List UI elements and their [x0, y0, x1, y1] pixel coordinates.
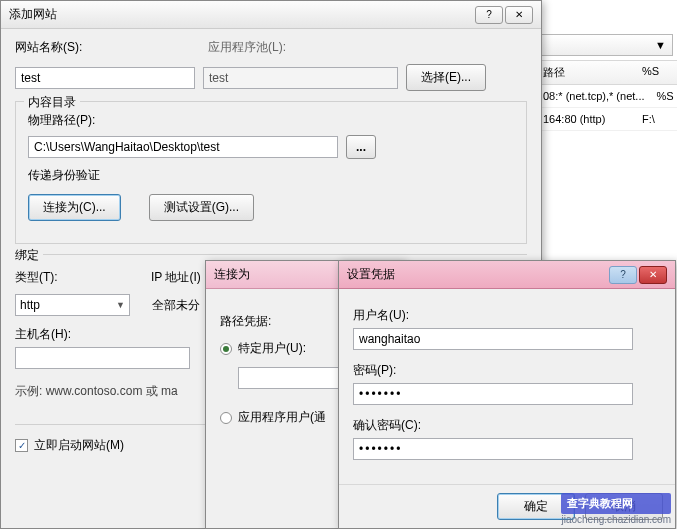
type-dropdown[interactable]: http ▼	[15, 294, 130, 316]
host-input[interactable]	[15, 347, 190, 369]
password-input[interactable]	[353, 383, 633, 405]
list-row-b: %S	[651, 85, 678, 108]
app-user-label: 应用程序用户(通	[238, 409, 326, 426]
titlebar: 设置凭据 ? ✕	[339, 261, 675, 289]
username-label: 用户名(U):	[353, 307, 661, 324]
start-now-checkbox[interactable]: ✓	[15, 439, 28, 452]
connect-as-button[interactable]: 连接为(C)...	[28, 194, 121, 221]
specific-user-radio[interactable]	[220, 343, 232, 355]
cancel-button[interactable]: 取消	[585, 493, 663, 520]
close-button[interactable]: ✕	[639, 266, 667, 284]
column-header[interactable]: 路径	[537, 60, 636, 85]
app-pool-label: 应用程序池(L):	[208, 39, 286, 56]
specific-user-label: 特定用户(U):	[238, 340, 306, 357]
close-button[interactable]: ✕	[505, 6, 533, 24]
titlebar: 添加网站 ? ✕	[1, 1, 541, 29]
test-settings-button[interactable]: 测试设置(G)...	[149, 194, 254, 221]
phys-path-input[interactable]	[28, 136, 338, 158]
background-list: ▼ 路径 %S 08:* (net.tcp),* (net... %S 164:…	[537, 30, 677, 131]
start-now-label: 立即启动网站(M)	[34, 437, 124, 454]
dialog-body: 用户名(U): 密码(P): 确认密码(C):	[339, 289, 675, 470]
pass-auth-label: 传递身份验证	[28, 167, 514, 184]
chevron-down-icon: ▼	[116, 300, 125, 310]
chevron-down-icon: ▼	[655, 39, 666, 51]
help-button[interactable]: ?	[475, 6, 503, 24]
column-header-2[interactable]: %S	[636, 60, 677, 85]
ip-value: 全部未分	[152, 297, 200, 314]
browse-button[interactable]: ...	[346, 135, 376, 159]
type-label: 类型(T):	[15, 269, 143, 286]
list-row-b: F:\	[636, 108, 677, 131]
filter-dropdown[interactable]: ▼	[541, 34, 673, 56]
list-row[interactable]: 164:80 (http)	[537, 108, 636, 131]
app-pool-input	[203, 67, 398, 89]
phys-path-label: 物理路径(P):	[28, 112, 514, 129]
ip-label: IP 地址(I)	[151, 269, 201, 286]
help-button[interactable]: ?	[609, 266, 637, 284]
binding-legend: 绑定	[15, 247, 43, 264]
content-dir-legend: 内容目录	[24, 94, 80, 111]
set-credentials-dialog: 设置凭据 ? ✕ 用户名(U): 密码(P): 确认密码(C): 确定 取消	[338, 260, 676, 529]
ok-button[interactable]: 确定	[497, 493, 575, 520]
app-user-radio[interactable]	[220, 412, 232, 424]
type-value: http	[20, 298, 40, 312]
dialog-title: 连接为	[214, 266, 250, 283]
username-input[interactable]	[353, 328, 633, 350]
password-label: 密码(P):	[353, 362, 661, 379]
confirm-password-input[interactable]	[353, 438, 633, 460]
site-name-input[interactable]	[15, 67, 195, 89]
dialog-title: 添加网站	[9, 6, 57, 23]
content-dir-fieldset: 内容目录 物理路径(P): ... 传递身份验证 连接为(C)... 测试设置(…	[15, 101, 527, 244]
dialog-title: 设置凭据	[347, 266, 395, 283]
site-name-label: 网站名称(S):	[15, 39, 200, 56]
confirm-password-label: 确认密码(C):	[353, 417, 661, 434]
select-pool-button[interactable]: 选择(E)...	[406, 64, 486, 91]
list-row[interactable]: 08:* (net.tcp),* (net...	[537, 85, 651, 108]
